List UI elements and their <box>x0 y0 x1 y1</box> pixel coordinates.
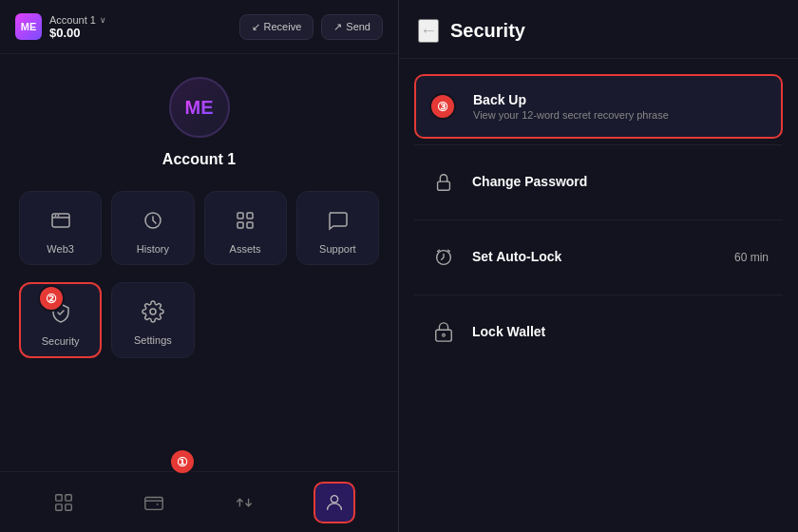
lock-wallet-title: Lock Wallet <box>472 324 769 339</box>
svg-point-2 <box>54 215 56 217</box>
clock-icon <box>138 205 168 236</box>
divider-3 <box>414 294 783 295</box>
security-menu: Back Up View your 12-word secret recover… <box>399 59 798 532</box>
menu-label-web3: Web3 <box>47 243 74 255</box>
wallet-brand: ME Account 1 ∨ $0.00 <box>15 13 106 40</box>
account-avatar-section: ME Account 1 <box>0 54 398 183</box>
nav-item-wallet[interactable] <box>133 482 175 523</box>
menu-item-assets[interactable]: Assets <box>204 191 287 265</box>
svg-point-9 <box>150 309 156 314</box>
security-item-lock-wallet[interactable]: Lock Wallet <box>414 301 783 364</box>
left-panel: ME Account 1 ∨ $0.00 ↙ Receive ↗ Sen <box>0 0 399 532</box>
security-title: Security <box>450 20 525 42</box>
menu-item-support[interactable]: Support <box>296 191 379 265</box>
svg-rect-13 <box>66 504 71 509</box>
svg-rect-7 <box>238 222 243 228</box>
account-display-name: Account 1 <box>162 151 236 168</box>
avatar-logo: ME <box>185 97 214 119</box>
menu-label-settings: Settings <box>134 334 172 346</box>
svg-rect-19 <box>438 181 450 190</box>
account-name-row[interactable]: Account 1 ∨ <box>49 14 106 26</box>
menu-label-support: Support <box>319 243 356 255</box>
badge-2: ② <box>38 285 65 312</box>
svg-rect-10 <box>56 494 62 500</box>
me-logo: ME <box>15 13 42 40</box>
browser-icon <box>46 205 76 236</box>
lockbox-icon <box>428 317 459 348</box>
chevron-down-icon: ∨ <box>100 15 106 25</box>
security-item-change-password[interactable]: Change Password <box>414 151 783 214</box>
menu-item-settings[interactable]: Settings <box>111 282 194 358</box>
nav-item-apps[interactable] <box>43 482 85 523</box>
bottom-nav <box>0 471 398 532</box>
menu-label-security: Security <box>42 335 80 347</box>
svg-rect-8 <box>247 222 253 228</box>
menu-item-history[interactable]: History <box>111 191 194 265</box>
lock-icon <box>428 167 459 198</box>
backup-title: Back Up <box>473 92 768 107</box>
nav-item-account[interactable] <box>314 482 355 523</box>
assets-icon <box>230 205 260 236</box>
send-button[interactable]: ↗ Send <box>321 14 383 40</box>
back-button[interactable]: ← <box>418 19 439 43</box>
gear-icon <box>138 296 168 327</box>
svg-rect-14 <box>145 497 162 509</box>
svg-point-22 <box>443 333 446 336</box>
receive-icon: ↙ <box>252 21 260 33</box>
time-icon <box>428 242 459 273</box>
security-item-auto-lock[interactable]: Set Auto-Lock 60 min <box>414 226 783 289</box>
avatar: ME <box>169 77 230 138</box>
svg-rect-12 <box>56 504 62 509</box>
auto-lock-value: 60 min <box>734 251 769 264</box>
auto-lock-title: Set Auto-Lock <box>472 249 721 264</box>
chat-icon <box>322 205 352 236</box>
menu-item-web3[interactable]: Web3 <box>19 191 102 265</box>
app-container: ME Account 1 ∨ $0.00 ↙ Receive ↗ Sen <box>0 0 798 532</box>
header-actions: ↙ Receive ↗ Send <box>239 14 383 40</box>
security-header: ← Security <box>399 0 798 59</box>
backup-subtitle: View your 12-word secret recovery phrase <box>473 109 768 121</box>
badge-1: ① <box>169 448 196 475</box>
change-password-title: Change Password <box>472 174 769 189</box>
auto-lock-text: Set Auto-Lock <box>472 249 721 266</box>
backup-text: Back Up View your 12-word secret recover… <box>473 92 768 121</box>
wallet-header: ME Account 1 ∨ $0.00 ↙ Receive ↗ Sen <box>0 0 398 54</box>
back-icon: ← <box>420 21 437 41</box>
svg-point-3 <box>57 215 59 217</box>
menu-grid-row1: Web3 History <box>0 183 398 273</box>
menu-label-assets: Assets <box>230 243 261 255</box>
security-item-backup[interactable]: Back Up View your 12-word secret recover… <box>414 74 783 139</box>
account-name: Account 1 <box>49 14 96 26</box>
divider-2 <box>414 219 783 220</box>
svg-rect-5 <box>238 213 243 218</box>
change-password-text: Change Password <box>472 174 769 191</box>
menu-label-history: History <box>137 243 169 255</box>
right-panel: ← Security Back Up View your 12-word sec… <box>399 0 798 532</box>
lock-wallet-text: Lock Wallet <box>472 324 769 341</box>
svg-rect-6 <box>247 213 253 218</box>
send-icon: ↗ <box>333 21 342 33</box>
nav-item-swap[interactable] <box>223 482 265 523</box>
badge-3: ③ <box>429 93 456 120</box>
receive-button[interactable]: ↙ Receive <box>239 14 314 40</box>
account-balance: $0.00 <box>49 26 106 40</box>
account-info: Account 1 ∨ $0.00 <box>49 14 106 40</box>
svg-point-15 <box>331 495 337 502</box>
svg-rect-21 <box>436 330 452 341</box>
divider-1 <box>414 144 783 145</box>
svg-rect-11 <box>66 494 71 500</box>
